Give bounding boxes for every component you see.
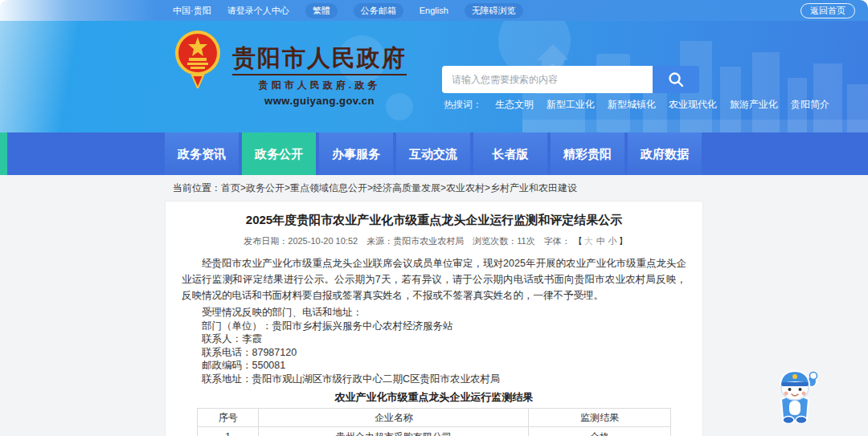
nav-tab-services[interactable]: 办事服务 — [319, 132, 393, 175]
search-button[interactable] — [653, 66, 699, 93]
site-name: 贵阳市人民政府 — [232, 47, 407, 70]
browser-viewport: 中国·贵阳 请登录个人中心 繁體 公务邮箱 English 无障碍浏览 返回首页 — [0, 0, 868, 436]
article-paragraph: 受理情况反映的部门、电话和地址： — [182, 307, 686, 320]
nav-tab-gov-disclosure[interactable]: 政务公开 — [242, 132, 316, 175]
hot-search-row: 热搜词： 生态文明 新型工业化 新型城镇化 农业现代化 旅游产业化 贵阳简介 — [444, 98, 829, 112]
postal-code: 邮政编码：550081 — [182, 360, 686, 373]
hot-search-label: 热搜词： — [444, 98, 482, 112]
company-name: 贵州合力超市采购有限公司 — [259, 427, 529, 436]
column-header-company: 企业名称 — [259, 409, 529, 427]
site-url: www.guiyang.gov.cn — [264, 95, 375, 107]
nav-tab-highlights[interactable]: 精彩贵阳 — [551, 132, 624, 175]
nav-accent-stripe — [0, 132, 7, 175]
column-header-index: 序号 — [197, 409, 259, 427]
main-navigation: 政务资讯 政务公开 办事服务 互动交流 长者版 精彩贵阳 政府数据 — [0, 132, 868, 175]
publish-date: 发布日期：2025-10-20 10:52 — [244, 236, 358, 246]
site-banner: 贵阳市人民政府 贵阳市人民政府.政务 www.guiyang.gov.cn 热搜… — [0, 21, 868, 132]
hot-search-link-ecology[interactable]: 生态文明 — [495, 98, 534, 112]
article-paragraph: 经贵阳市农业产业化市级重点龙头企业联席会议成员单位审定，现对2025年开展的农业… — [182, 255, 686, 304]
site-logo-block[interactable]: 贵阳市人民政府 贵阳市人民政府.政务 www.guiyang.gov.cn — [171, 27, 407, 107]
contact-person: 联系人：李霞 — [182, 333, 686, 346]
breadcrumb: 当前位置：首页>政务公开>重点领域信息公开>经济高质量发展>农业农村>乡村产业和… — [0, 175, 868, 201]
hot-search-link-urbanization[interactable]: 新型城镇化 — [608, 98, 656, 112]
contact-address: 联系地址：贵阳市观山湖区市级行政中心二期C区贵阳市农业农村局 — [182, 373, 686, 386]
topbar-link-china-guiyang[interactable]: 中国·贵阳 — [173, 5, 211, 17]
site-title-group: 贵阳市人民政府 贵阳市人民政府.政务 www.guiyang.gov.cn — [232, 47, 407, 107]
column-header-result: 监测结果 — [529, 409, 671, 427]
table-row: 1 贵州合力超市采购有限公司 合格 — [197, 427, 670, 436]
monitoring-results-table: 序号 企业名称 监测结果 1 贵州合力超市采购有限公司 合格 2 贵州友禾种业有… — [197, 408, 671, 436]
national-emblem-icon — [171, 27, 224, 88]
font-size-bracket-close: 】 — [619, 236, 628, 246]
site-subtitle: 贵阳市人民政府.政务 — [232, 74, 407, 92]
results-table-caption: 农业产业化市级重点龙头企业运行监测结果 — [182, 390, 686, 405]
search-icon — [667, 71, 685, 88]
top-utility-bar: 中国·贵阳 请登录个人中心 繁體 公务邮箱 English 无障碍浏览 返回首页 — [0, 0, 868, 21]
contact-phone: 联系电话：87987120 — [182, 347, 686, 360]
nav-items: 政务资讯 政务公开 办事服务 互动交流 长者版 精彩贵阳 政府数据 — [165, 132, 702, 175]
topbar-link-traditional[interactable]: 繁體 — [305, 3, 338, 18]
topbar-links: 中国·贵阳 请登录个人中心 繁體 公务邮箱 English 无障碍浏览 — [0, 3, 523, 18]
monitoring-result: 合格 — [529, 427, 671, 436]
contact-department: 部门（单位）：贵阳市乡村振兴服务中心农村经济服务站 — [182, 320, 686, 333]
mascot-character-icon — [772, 364, 818, 425]
breadcrumb-path[interactable]: 首页>政务公开>重点领域信息公开>经济高质量发展>农业农村>乡村产业和农田建设 — [221, 182, 577, 194]
breadcrumb-label: 当前位置： — [173, 182, 221, 194]
font-size-label: 字体： — [544, 236, 571, 246]
row-index: 1 — [197, 427, 259, 436]
table-header-row: 序号 企业名称 监测结果 — [197, 409, 670, 427]
search-input[interactable] — [442, 66, 653, 93]
nav-tab-senior[interactable]: 长者版 — [473, 132, 547, 175]
hot-search-link-intro[interactable]: 贵阳简介 — [791, 98, 829, 112]
font-size-small-button[interactable]: 小 — [608, 236, 617, 246]
topbar-link-english[interactable]: English — [420, 6, 448, 15]
view-count: 浏览次数：11次 — [473, 236, 534, 246]
topbar-link-mail[interactable]: 公务邮箱 — [354, 3, 403, 18]
nav-tab-interaction[interactable]: 互动交流 — [396, 132, 470, 175]
site-mascot[interactable] — [772, 364, 818, 428]
font-size-large-button[interactable]: 大 — [584, 236, 593, 246]
hot-search-link-tourism[interactable]: 旅游产业化 — [730, 98, 778, 112]
return-home-button[interactable]: 返回首页 — [800, 3, 855, 18]
article-meta: 发布日期：2025-10-20 10:52 来源：贵阳市农业农村局 浏览次数：1… — [182, 235, 686, 247]
hot-search-link-industry[interactable]: 新型工业化 — [547, 98, 595, 112]
nav-tab-data[interactable]: 政府数据 — [628, 132, 702, 175]
article-card: 2025年度贵阳市农业产业化市级重点龙头企业运行监测和评定结果公示 发布日期：2… — [165, 201, 703, 436]
article-source: 来源：贵阳市农业农村局 — [366, 236, 464, 246]
font-size-medium-button[interactable]: 中 — [596, 236, 605, 246]
font-size-bracket-open: 【 — [574, 236, 583, 246]
article-title: 2025年度贵阳市农业产业化市级重点龙头企业运行监测和评定结果公示 — [182, 213, 686, 228]
topbar-link-accessibility[interactable]: 无障碍浏览 — [465, 3, 523, 18]
search-bar — [442, 66, 699, 93]
nav-tab-news[interactable]: 政务资讯 — [165, 132, 239, 175]
hot-search-link-agriculture[interactable]: 农业现代化 — [669, 98, 717, 112]
topbar-link-login[interactable]: 请登录个人中心 — [227, 5, 289, 17]
